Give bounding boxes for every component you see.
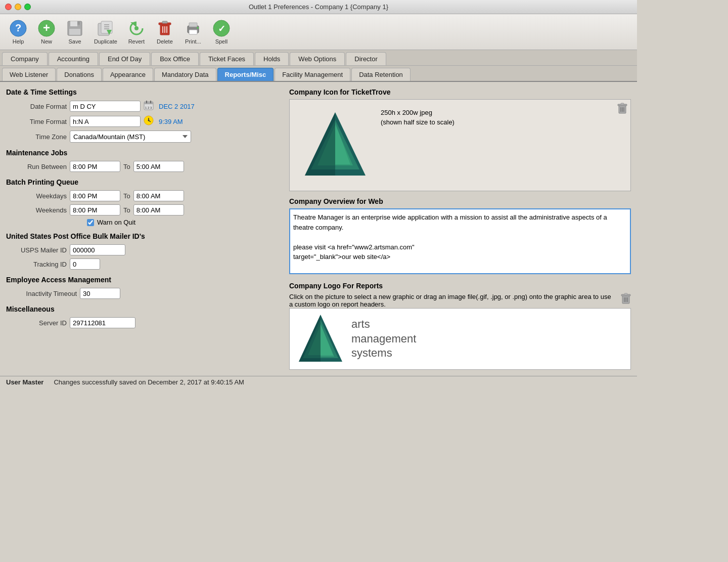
tab-web-listener[interactable]: Web Listener <box>2 68 56 81</box>
usps-section-title: United States Post Office Bulk Mailer ID… <box>6 232 283 240</box>
tab-holds[interactable]: Holds <box>255 52 289 65</box>
date-format-input[interactable] <box>70 101 141 112</box>
misc-section-title: Miscellaneous <box>6 305 283 313</box>
tickettrove-triangle-svg <box>300 110 371 181</box>
tab-company[interactable]: Company <box>2 52 48 65</box>
tab-web-options[interactable]: Web Options <box>290 52 345 65</box>
time-preview: 9:39 AM <box>159 118 183 125</box>
warn-on-quit-checkbox[interactable] <box>87 219 94 226</box>
tracking-row: Tracking ID <box>6 258 283 270</box>
logo-line1: arts <box>351 318 416 331</box>
tab-director[interactable]: Director <box>346 52 386 65</box>
icon-desc-line1: 250h x 200w jpeg <box>381 109 454 116</box>
duplicate-label: Duplicate <box>94 38 117 45</box>
date-time-section-title: Date & Time Settings <box>6 88 283 96</box>
svg-point-36 <box>148 120 150 121</box>
overview-section-title: Company Overview for Web <box>289 197 631 205</box>
weekends-to-input[interactable] <box>133 204 184 215</box>
server-label: Server ID <box>6 319 67 327</box>
duplicate-button[interactable]: Duplicate <box>90 17 121 47</box>
save-button[interactable]: Save <box>62 17 88 47</box>
tab-donations[interactable]: Donations <box>57 68 102 81</box>
tab-facility-management[interactable]: Facility Management <box>275 68 350 81</box>
to-label-2: To <box>123 192 130 200</box>
minimize-button[interactable] <box>15 4 21 10</box>
weekends-label: Weekends <box>6 206 67 214</box>
tab-accounting[interactable]: Accounting <box>49 52 98 65</box>
tab-box-office[interactable]: Box Office <box>151 52 199 65</box>
logo-image-box[interactable]: arts management systems <box>289 308 631 370</box>
calendar-icon[interactable]: 1 2 3 <box>144 100 154 112</box>
run-between-to-input[interactable] <box>133 161 184 172</box>
tab-mandatory-data[interactable]: Mandatory Data <box>154 68 216 81</box>
tickettrove-icon-area[interactable] <box>295 105 376 186</box>
tab-data-retention[interactable]: Data Retention <box>351 68 411 81</box>
time-format-row: Time Format 9:39 AM <box>6 115 283 127</box>
new-button[interactable]: + New <box>33 17 60 47</box>
new-label: New <box>41 38 52 45</box>
svg-text:?: ? <box>15 22 21 33</box>
svg-rect-7 <box>77 22 80 25</box>
tab-appearance[interactable]: Appearance <box>103 68 153 81</box>
status-message: Changes successfully saved on December 2… <box>54 378 244 386</box>
logo-line2: management <box>351 332 416 345</box>
weekdays-from-input[interactable] <box>70 190 120 201</box>
icon-delete-button[interactable] <box>617 103 627 116</box>
timezone-label: Time Zone <box>6 133 67 141</box>
date-format-row: Date Format 1 2 3 DEC 2 2017 <box>6 100 283 112</box>
logo-desc-text: Click on the picture to select a new gra… <box>289 293 611 308</box>
spell-button[interactable]: ✓ Spell <box>208 17 235 47</box>
server-row: Server ID <box>6 317 283 328</box>
usps-mailer-input[interactable] <box>70 244 125 255</box>
weekdays-to-input[interactable] <box>133 190 184 201</box>
revert-button[interactable]: Revert <box>123 17 150 47</box>
save-icon <box>66 19 84 37</box>
window-controls <box>5 4 31 10</box>
svg-rect-5 <box>70 21 77 26</box>
tracking-input[interactable] <box>70 258 100 270</box>
print-button[interactable]: Print... <box>180 17 206 47</box>
logo-delete-button[interactable] <box>621 293 631 307</box>
delete-button[interactable]: Delete <box>152 17 178 47</box>
inactivity-input[interactable] <box>80 288 120 299</box>
spell-label: Spell <box>215 38 228 45</box>
inactivity-row: Inactivity Timeout <box>6 288 283 299</box>
date-preview: DEC 2 2017 <box>159 103 195 110</box>
left-panel: Date & Time Settings Date Format 1 2 3 D… <box>6 88 289 370</box>
run-between-from-input[interactable] <box>70 161 120 172</box>
window-title: Outlet 1 Preferences - Company 1 {Compan… <box>249 3 388 11</box>
svg-text:+: + <box>43 21 50 34</box>
warn-on-quit-row: Warn on Quit <box>87 219 283 226</box>
clock-icon[interactable] <box>144 115 154 127</box>
run-between-label: Run Between <box>6 163 67 170</box>
svg-rect-50 <box>624 293 627 295</box>
tracking-label: Tracking ID <box>6 261 67 268</box>
svg-rect-23 <box>189 23 197 27</box>
to-label-3: To <box>123 206 130 214</box>
company-icon-box: 250h x 200w jpeg (shown half size to sca… <box>289 99 631 191</box>
print-label: Print... <box>185 38 201 45</box>
revert-icon <box>127 19 146 37</box>
delete-label: Delete <box>157 38 173 45</box>
maximize-button[interactable] <box>24 4 31 10</box>
server-input[interactable] <box>70 317 135 328</box>
tab-end-of-day[interactable]: End Of Day <box>99 52 150 65</box>
svg-point-15 <box>134 26 139 30</box>
overview-textarea[interactable]: Theatre Manager is an enterprise wide ap… <box>289 208 631 274</box>
maintenance-section-title: Maintenance Jobs <box>6 149 283 157</box>
svg-text:1 2 3: 1 2 3 <box>145 106 152 109</box>
warn-on-quit-label: Warn on Quit <box>97 219 135 226</box>
weekends-from-input[interactable] <box>70 204 120 215</box>
tab-reports-misc[interactable]: Reports/Misc <box>217 68 274 81</box>
close-button[interactable] <box>5 4 12 10</box>
timezone-select[interactable]: Canada/Mountain (MST) <box>70 131 191 143</box>
icon-description: 250h x 200w jpeg (shown half size to sca… <box>381 105 454 126</box>
tab-ticket-faces[interactable]: Ticket Faces <box>200 52 254 65</box>
ams-logo-triangle <box>298 314 343 364</box>
title-bar: Outlet 1 Preferences - Company 1 {Compan… <box>0 0 637 14</box>
help-button[interactable]: ? Help <box>5 17 31 47</box>
status-user: User Master <box>6 378 43 386</box>
weekends-row: Weekends To <box>6 204 283 215</box>
time-format-input[interactable] <box>70 116 141 127</box>
weekdays-label: Weekdays <box>6 192 67 200</box>
